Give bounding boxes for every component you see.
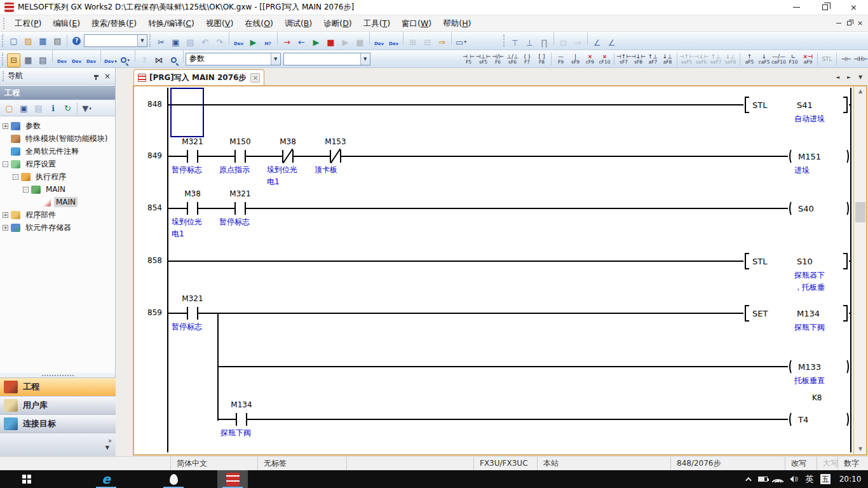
tree-item-执行程序[interactable]: -执行程序	[13, 170, 68, 183]
watch-window-icon[interactable]: Dev	[387, 37, 400, 51]
chevron-down-icon[interactable]: ▼	[271, 53, 280, 65]
monitor-mode-icon[interactable]: ▶	[247, 35, 260, 49]
tree-expander-icon[interactable]: -	[13, 174, 18, 180]
instruction-STL-S10[interactable]: STLS10	[743, 252, 849, 270]
nav-button-连接目标[interactable]: 连接目标	[0, 414, 116, 433]
monitor-stop-icon[interactable]: ■	[324, 35, 337, 49]
ladder-symbol-STL-button[interactable]: STL	[820, 51, 834, 67]
write-to-plc-icon[interactable]: →	[280, 35, 294, 49]
copy-icon[interactable]: ▣	[169, 35, 182, 49]
gxworks2-taskbar-icon[interactable]	[217, 470, 248, 488]
chevron-down-icon[interactable]: ▼	[105, 445, 109, 451]
ladder-diagram[interactable]: 848STLS41自动进垛849M321暂停标志M150原点指示M38垛到位光 …	[134, 86, 855, 454]
copy-item-icon[interactable]: ▣	[17, 102, 31, 116]
tab-scroll-left-icon[interactable]: ◄	[832, 72, 843, 82]
mdi-minimize-button[interactable]	[833, 18, 844, 28]
ladder-symbol-⊣⊢-button[interactable]: ⊣⊢	[839, 51, 853, 67]
menu-item[interactable]: 调试(B)	[279, 18, 318, 28]
scroll-up-icon[interactable]: ▲	[855, 86, 866, 97]
tree-item-程序设置[interactable]: -程序设置	[3, 158, 58, 170]
start-button[interactable]	[11, 470, 42, 488]
ladder-symbol-F10-button[interactable]: ∟F10	[786, 51, 801, 67]
statement-search-icon[interactable]: ⊡	[557, 36, 570, 50]
chevron-down-icon[interactable]: ▼	[137, 35, 147, 46]
chevron-down-icon[interactable]: ▼	[360, 53, 370, 65]
ladder-symbol-saF8-button[interactable]: ↓⊥saF8	[723, 51, 738, 67]
ladder-symbol-aF8-button[interactable]: ↓⊥aF8	[660, 51, 675, 67]
ladder-symbol-sF5-button[interactable]: ⊣⊥⊢sF5	[476, 51, 491, 67]
simulation-start-icon[interactable]: ▶	[339, 35, 352, 49]
ladder-symbol-sF6-button[interactable]: ⊥/⊥sF6	[505, 51, 520, 67]
ladder-symbol-caF10-button[interactable]: —/—caF10	[771, 51, 786, 67]
pointer-branch-2-icon[interactable]: ∠	[605, 36, 618, 50]
coil-T4[interactable]: T4K8	[788, 410, 850, 428]
ladder-symbol-sF7-button[interactable]: ⊣↑⊢sF7	[616, 51, 631, 67]
wifi-icon[interactable]	[770, 470, 785, 488]
tree-item-参数[interactable]: +参数	[3, 119, 43, 132]
contact-M153[interactable]	[330, 149, 341, 164]
ladder-symbol-F6-button[interactable]: ⊣/⊢F6	[491, 51, 505, 67]
volume-icon[interactable]: ))	[785, 470, 802, 488]
tab-close-icon[interactable]: ×	[250, 73, 260, 83]
contact-M38[interactable]	[282, 149, 294, 164]
tree-expander-icon[interactable]: +	[3, 212, 8, 218]
ladder-symbol-F9-button[interactable]: —F9	[553, 51, 568, 67]
pin-icon[interactable]	[90, 71, 102, 82]
language-indicator[interactable]: 英	[802, 470, 817, 488]
module-configuration-icon[interactable]: ▦	[22, 53, 35, 67]
restore-button[interactable]	[811, 0, 839, 15]
tree-expander-icon[interactable]: +	[3, 225, 8, 231]
contact-M321[interactable]	[187, 306, 198, 321]
mdi-close-button[interactable]: ×	[855, 18, 865, 28]
instruction-STL-S41[interactable]: STLS41	[743, 96, 849, 114]
ladder-symbol-F7-button[interactable]: ( )F7	[520, 51, 534, 67]
paste-item-icon[interactable]: ▤	[32, 102, 45, 116]
menu-item[interactable]: 搜索/替换(F)	[86, 18, 142, 28]
contact-M150[interactable]	[234, 149, 246, 164]
property-icon[interactable]: ℹ	[46, 102, 60, 116]
paste-icon[interactable]: ▤	[184, 35, 197, 49]
new-item-icon[interactable]: ▢	[3, 102, 16, 116]
menu-item[interactable]: 编辑(E)	[47, 18, 86, 28]
statement-insert-icon[interactable]: ⊤	[508, 36, 522, 50]
scrollbar-thumb[interactable]	[855, 202, 865, 222]
menu-item[interactable]: 转换/编译(C)	[142, 18, 200, 28]
document-find-icon[interactable]	[167, 53, 180, 67]
tree-item-MAIN[interactable]: MAIN	[33, 196, 78, 208]
ime-indicator[interactable]: 五	[818, 470, 832, 488]
ladder-symbol-F5-button[interactable]: ⊣ ⊢F5	[461, 51, 476, 67]
monitor-start-icon[interactable]: ▶	[309, 35, 323, 49]
nav-button-用户库[interactable]: 用户库	[0, 396, 116, 414]
window-cascade-icon[interactable]: ⊞	[406, 35, 419, 49]
tab-main-program[interactable]: [PRG]写入 MAIN 2076步 ×	[133, 69, 264, 85]
tree-item-特殊模块(智能功能模块)[interactable]: 特殊模块(智能功能模块)	[3, 132, 109, 145]
ladder-symbol-aF7-button[interactable]: ↑⊥aF7	[646, 51, 660, 67]
save-project-icon[interactable]: ▦	[36, 34, 50, 48]
instruction-SET-M134[interactable]: SETM134	[743, 304, 849, 322]
note-jump-icon[interactable]: ⇒	[571, 36, 585, 50]
simulation-stop-icon[interactable]: ■	[353, 35, 367, 49]
cross-reference-icon[interactable]: Dev	[85, 55, 98, 69]
battery-icon[interactable]	[755, 470, 770, 488]
minimize-button[interactable]	[782, 0, 811, 15]
vertical-scrollbar[interactable]: ▲ ▼	[853, 86, 866, 454]
sort-filter-icon[interactable]: ▼▾	[80, 102, 93, 116]
ladder-symbol-saF5-button[interactable]: ⊣↑⊢saF5	[679, 51, 694, 67]
program-check-icon[interactable]: Dev	[232, 37, 245, 51]
device-list-icon[interactable]: Dev	[70, 55, 83, 69]
help-icon[interactable]: ?	[138, 53, 151, 67]
work-window-icon[interactable]: ▤	[36, 53, 50, 67]
expand-icon[interactable]: »	[108, 437, 111, 444]
contact-M321[interactable]	[234, 201, 246, 216]
ladder-symbol-caF5-button[interactable]: ↓caF5	[757, 51, 771, 67]
ladder-symbol-F8-button[interactable]: [ ]F8	[534, 51, 549, 67]
nav-button-工程[interactable]: 工程	[0, 377, 116, 396]
menu-item[interactable]: 诊断(D)	[318, 18, 357, 28]
close-button[interactable]: ×	[839, 0, 868, 15]
redo-icon[interactable]: ↷	[213, 35, 226, 49]
device-batch-monitor-icon[interactable]: Dev	[372, 37, 386, 51]
ladder-symbol-aF9-button[interactable]: ×⊣aF9	[801, 51, 815, 67]
ladder-symbol-saF7-button[interactable]: ↑⊥saF7	[709, 51, 723, 67]
tree-item-全局软元件注释[interactable]: 全局软元件注释	[3, 145, 81, 158]
project-data-combobox[interactable]: ▼	[84, 34, 147, 47]
